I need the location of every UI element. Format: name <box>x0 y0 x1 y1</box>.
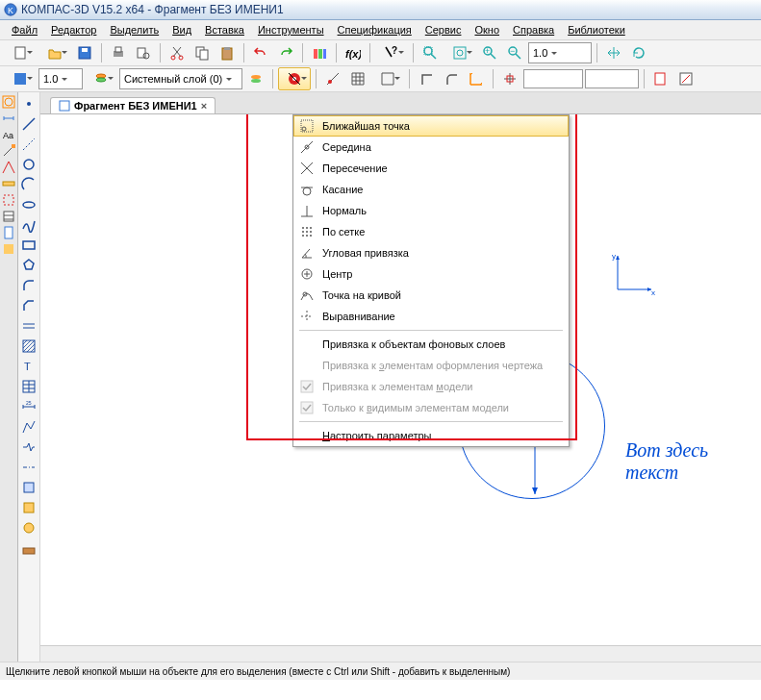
redo-button[interactable] <box>274 41 297 64</box>
tool-chamfer-icon[interactable] <box>19 296 38 315</box>
panel-spec-icon[interactable] <box>1 209 16 224</box>
zoom-fit-button[interactable] <box>444 41 476 64</box>
tool-fillet-icon[interactable] <box>19 276 38 295</box>
break-button[interactable] <box>649 67 672 90</box>
print-button[interactable] <box>107 41 130 64</box>
sketch-button[interactable] <box>674 67 698 90</box>
snap-normal[interactable]: Нормаль <box>293 200 569 221</box>
tool-build-icon[interactable] <box>19 538 38 558</box>
tool-spline-icon[interactable] <box>19 215 38 235</box>
coord-mode-button[interactable] <box>498 67 521 90</box>
grid-toggle-button[interactable] <box>346 67 369 90</box>
panel-select-icon[interactable] <box>1 192 16 208</box>
panel-edit-icon[interactable] <box>1 143 16 159</box>
tool-arc-icon[interactable] <box>19 175 38 194</box>
local-cs-button[interactable] <box>465 67 488 90</box>
tool-view-icon[interactable] <box>19 478 38 497</box>
tool-dim-linear-icon[interactable]: 25 <box>19 397 38 416</box>
menu-help[interactable]: Справка <box>507 22 560 38</box>
open-button[interactable] <box>38 41 71 64</box>
panel-measure-icon[interactable] <box>1 176 16 191</box>
snap-align[interactable]: Выравнивание <box>293 306 569 327</box>
snap-configure[interactable]: Настроить параметры <box>293 425 569 446</box>
tool-polygon-icon[interactable] <box>19 256 38 275</box>
tool-text-icon[interactable]: T <box>19 357 38 376</box>
menu-file[interactable]: Файл <box>6 22 43 38</box>
snap-nearest-icon[interactable] <box>321 67 344 90</box>
coord-x-input[interactable] <box>523 69 583 88</box>
paste-button[interactable] <box>216 41 239 64</box>
menu-libraries[interactable]: Библиотеки <box>562 22 631 38</box>
snap-tangent[interactable]: Касание <box>293 179 569 200</box>
layer-manager-button[interactable] <box>244 67 267 90</box>
round-button[interactable] <box>440 67 463 90</box>
snap-midpoint[interactable]: Середина <box>293 137 569 158</box>
doc-tab-active[interactable]: Фрагмент БЕЗ ИМЕНИ1 × <box>50 97 216 113</box>
panel-geometry-icon[interactable] <box>1 94 16 110</box>
snap-bg-layers[interactable]: Привязка к объектам фоновых слоев <box>293 334 569 355</box>
cut-button[interactable] <box>165 41 189 64</box>
save-button[interactable] <box>73 41 96 64</box>
snap-grid[interactable]: По сетке <box>293 221 569 242</box>
preview-button[interactable] <box>132 41 155 64</box>
variables-button[interactable]: f(x) <box>342 41 365 64</box>
tool-break-icon[interactable] <box>19 438 38 457</box>
close-icon[interactable]: × <box>201 100 207 112</box>
menu-spec[interactable]: Спецификация <box>332 22 418 38</box>
snap-center[interactable]: Центр <box>293 263 569 285</box>
copy-button[interactable] <box>190 41 214 64</box>
tool-rect-icon[interactable] <box>19 236 38 255</box>
menu-editor[interactable]: Редактор <box>45 22 102 38</box>
tool-auxline-icon[interactable] <box>19 135 38 154</box>
pan-button[interactable] <box>602 41 625 64</box>
undo-button[interactable] <box>249 41 272 64</box>
panel-insert-icon[interactable] <box>1 241 16 257</box>
layers-button[interactable] <box>85 67 117 90</box>
horizontal-scrollbar[interactable] <box>40 645 761 662</box>
menu-tools[interactable]: Инструменты <box>252 22 330 38</box>
ortho-button[interactable] <box>415 67 438 90</box>
panel-notation-icon[interactable]: Aa <box>1 127 16 142</box>
snap-tangent-icon <box>299 182 315 197</box>
tool-circle-icon[interactable] <box>19 155 38 174</box>
menu-window[interactable]: Окно <box>469 22 505 38</box>
zoom-in-button[interactable]: + <box>478 41 501 64</box>
style-button[interactable] <box>4 67 37 90</box>
snap-nearest[interactable]: Ближайшая точка <box>293 115 569 137</box>
snap-dropdown-button[interactable] <box>278 67 311 90</box>
help-context-button[interactable]: ? <box>375 41 408 64</box>
origin-axes: x y <box>608 251 656 299</box>
panel-report-icon[interactable] <box>1 225 16 240</box>
panel-dimensions-icon[interactable] <box>1 111 16 126</box>
snap-on-curve[interactable]: Точка на кривой <box>293 285 569 306</box>
panel-param-icon[interactable] <box>1 160 16 175</box>
drawing-canvas[interactable]: Ближайшая точка Середина Пересечение Кас… <box>40 114 761 645</box>
tool-axis-icon[interactable] <box>19 458 38 477</box>
library-button[interactable] <box>308 41 331 64</box>
tool-point-icon[interactable] <box>19 94 38 113</box>
tool-table-icon[interactable] <box>19 377 38 396</box>
tool-contour-icon[interactable] <box>19 417 38 437</box>
zoom-combo[interactable]: 1.0 <box>528 42 592 63</box>
layer-combo[interactable]: Системный слой (0) <box>119 68 242 89</box>
menu-view[interactable]: Вид <box>166 22 197 38</box>
tool-offset-icon[interactable] <box>19 316 38 336</box>
menu-select[interactable]: Выделить <box>104 22 165 38</box>
snap-intersection[interactable]: Пересечение <box>293 158 569 179</box>
zoom-out-button[interactable]: − <box>503 41 526 64</box>
refresh-button[interactable] <box>627 41 650 64</box>
tool-line-icon[interactable] <box>19 114 38 134</box>
coord-y-input[interactable] <box>585 69 639 88</box>
new-doc-button[interactable] <box>4 41 37 64</box>
scale-combo[interactable]: 1.0 <box>38 68 83 89</box>
svg-point-20 <box>424 47 432 55</box>
tool-paste-icon[interactable] <box>19 498 38 517</box>
grid-settings-button[interactable] <box>371 67 404 90</box>
tool-hatch-icon[interactable] <box>19 337 38 356</box>
snap-angle[interactable]: Угловая привязка <box>293 242 569 263</box>
menu-service[interactable]: Сервис <box>419 22 468 38</box>
menu-insert[interactable]: Вставка <box>199 22 250 38</box>
tool-event-icon[interactable] <box>19 518 38 538</box>
tool-ellipse-icon[interactable] <box>19 195 38 214</box>
zoom-window-button[interactable] <box>419 41 442 64</box>
